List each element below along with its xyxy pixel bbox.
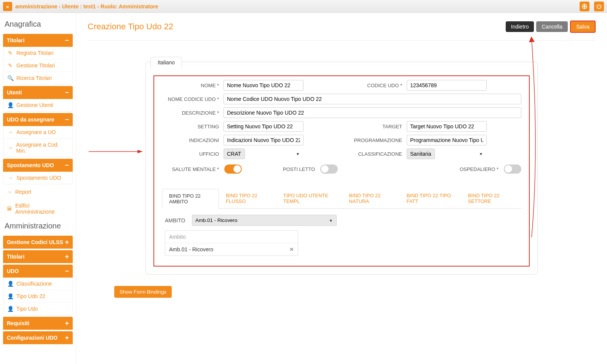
user-icon: 👤 — [7, 281, 13, 287]
ambito-chip: Amb.01 - Ricovero ✕ — [165, 243, 298, 255]
arrow-right-icon: → — [7, 175, 13, 181]
sidebar: Anagrafica Titolari ✎Registra Titolari ✎… — [0, 13, 76, 364]
page-header: Creazione Tipo Udo 22 Indietro Cancella … — [88, 21, 596, 41]
user-plus-icon: ✎ — [7, 50, 13, 56]
tab-bind-natura[interactable]: BIND TIPO 22 NATURA — [342, 189, 400, 208]
sidebar-item-assegnare-uo[interactable]: →Assegnare a UO — [3, 126, 72, 139]
sidebar-item-assegnare-cod-min[interactable]: →Assegnare a Cod. Min. — [3, 139, 72, 157]
page-title: Creazione Tipo Udo 22 — [88, 22, 506, 32]
indicazioni-label: INDICAZIONI — [162, 137, 219, 143]
search-icon: 🔍 — [7, 75, 13, 81]
building-icon: 🏛 — [7, 206, 12, 212]
sidebar-section-gestione-codici[interactable]: Gestione Codici ULSS — [3, 236, 73, 249]
sidebar-item-classificazione[interactable]: 👤Classificazione — [3, 278, 72, 290]
topbar-title: amministrazione - Utente : test1 - Ruolo… — [15, 3, 575, 10]
ambito-select[interactable]: Amb.01 - Ricovero — [192, 215, 337, 226]
sidebar-section-config-udo[interactable]: Configurazioni UDO — [3, 331, 73, 344]
sidebar-heading-anagrafica: Anagrafica — [3, 16, 73, 32]
globe-icon[interactable] — [580, 2, 589, 11]
classificazione-select[interactable]: Sanitaria — [407, 148, 435, 159]
user-icon: 👤 — [7, 293, 13, 299]
sidebar-section-spostamento[interactable]: Spostamento UDO — [3, 159, 73, 172]
edit-icon: ✎ — [7, 62, 13, 69]
codice-udo-label: CODICE UDO * — [345, 83, 402, 88]
setting-input[interactable] — [224, 121, 304, 132]
posti-letto-toggle[interactable] — [320, 164, 338, 174]
descrizione-input[interactable] — [224, 107, 521, 118]
sidebar-item-spostamento-udo[interactable]: →Spostamento UDO — [3, 172, 72, 184]
nome-label: NOME * — [162, 83, 219, 88]
sidebar-item-registra-titolari[interactable]: ✎Registra Titolari — [3, 47, 72, 59]
descrizione-label: DESCRIZIONE * — [162, 110, 219, 116]
sidebar-section-udo[interactable]: UDO — [3, 265, 73, 278]
indicazioni-input[interactable] — [224, 135, 304, 145]
ambito-chip-box: Ambito Amb.01 - Ricovero ✕ — [165, 230, 298, 256]
chip-header: Ambito — [165, 231, 298, 243]
tab-bind-tipo-fatt[interactable]: BIND TIPO 22 TIPO FATT — [400, 189, 461, 208]
sidebar-section-udo-assegnare[interactable]: UDO da assegnare — [3, 113, 73, 126]
ambito-label: AMBITO — [165, 217, 186, 224]
sidebar-heading-amministrazione: Amministrazione — [3, 218, 73, 234]
language-tab[interactable]: Italiano — [150, 57, 182, 68]
sidebar-collapse-button[interactable]: « — [3, 2, 12, 11]
nome-codice-label: NOME CODICE UDO * — [162, 96, 219, 102]
ufficio-label: UFFICIO — [162, 151, 219, 157]
programmazione-input[interactable] — [407, 135, 487, 145]
user-icon: 👤 — [7, 102, 13, 108]
sidebar-item-gestione-titolari[interactable]: ✎Gestione Titolari — [3, 59, 72, 72]
ufficio-select[interactable]: CRAT — [224, 148, 245, 159]
sidebar-item-tipo-udo-22[interactable]: 👤Tipo Udo 22 — [3, 290, 72, 303]
show-form-bindings-button[interactable]: Show Form Bindings — [114, 286, 172, 298]
target-label: TARGET — [345, 124, 402, 129]
sidebar-item-report[interactable]: →Report — [3, 186, 73, 198]
salute-mentale-toggle[interactable] — [224, 164, 242, 174]
sidebar-item-tipo-udo[interactable]: 👤Tipo Udo — [3, 303, 72, 315]
setting-label: SETTING — [162, 124, 219, 129]
sidebar-item-gestione-utenti[interactable]: 👤Gestione Utenti — [3, 99, 72, 111]
nome-codice-input[interactable] — [224, 94, 521, 104]
ospedaliero-label: OSPEDALIERO * — [460, 166, 498, 172]
sidebar-section-titolari-2[interactable]: Titolari — [3, 250, 73, 263]
arrow-right-icon: → — [7, 189, 12, 195]
tab-bind-ambito[interactable]: BIND TIPO 22 AMBITO — [162, 189, 219, 209]
programmazione-label: PROGRAMMAZIONE — [345, 137, 402, 143]
bind-tab-content: AMBITO Amb.01 - Ricovero Ambito Amb.01 -… — [162, 209, 521, 259]
form-panel: Italiano NOME * CODICE UDO * — [145, 62, 538, 275]
target-input[interactable] — [407, 121, 487, 132]
sidebar-item-edifici[interactable]: 🏛Edifici Amministrazione — [3, 200, 73, 218]
highlighted-form-area: NOME * CODICE UDO * NOME CODICE UDO * — [153, 75, 530, 267]
ospedaliero-toggle[interactable] — [504, 164, 521, 174]
chip-label: Amb.01 - Ricovero — [169, 246, 213, 252]
sidebar-section-requisiti[interactable]: Requisiti — [3, 317, 73, 330]
classificazione-label: CLASSIFICAZIONE — [345, 151, 402, 157]
sidebar-section-titolari[interactable]: Titolari — [3, 34, 73, 47]
main-content: Creazione Tipo Udo 22 Indietro Cancella … — [76, 13, 607, 364]
tab-bind-flusso[interactable]: BIND TIPO 22 FLUSSO — [219, 189, 276, 208]
salute-mentale-label: SALUTE MENTALE * — [162, 166, 219, 172]
topbar: « amministrazione - Utente : test1 - Ruo… — [0, 0, 607, 13]
annotation-arrow-left — [89, 148, 146, 156]
power-icon[interactable] — [594, 2, 604, 11]
arrow-right-icon: → — [7, 145, 13, 151]
posti-letto-label: POSTI LETTO — [283, 166, 315, 172]
cancella-button[interactable]: Cancella — [536, 21, 567, 32]
arrow-right-icon: → — [7, 129, 13, 135]
sidebar-item-ricerca-titolari[interactable]: 🔍Ricerca Titolari — [3, 72, 72, 84]
sidebar-section-utenti[interactable]: Utenti — [3, 86, 73, 99]
user-icon: 👤 — [7, 306, 13, 312]
tab-tipo-udo-utente[interactable]: TIPO UDO UTENTE TEMPL — [276, 189, 342, 208]
nome-input[interactable] — [224, 80, 304, 91]
indietro-button[interactable]: Indietro — [506, 21, 534, 32]
codice-udo-input[interactable] — [407, 80, 487, 91]
salva-button[interactable]: Salva — [570, 21, 596, 33]
bind-tabs: BIND TIPO 22 AMBITO BIND TIPO 22 FLUSSO … — [162, 189, 521, 209]
chip-remove-icon[interactable]: ✕ — [289, 246, 294, 252]
tab-bind-settore[interactable]: BIND TIPO 22 SETTORE — [461, 189, 521, 208]
